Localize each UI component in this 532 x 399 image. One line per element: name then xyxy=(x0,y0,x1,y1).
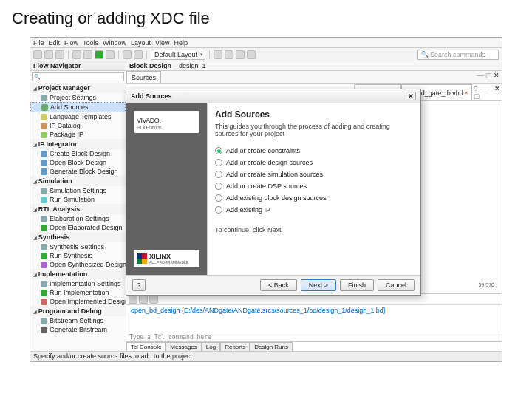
nav-item[interactable]: Generate Bitstream xyxy=(30,325,126,334)
nav-group-header[interactable]: Implementation xyxy=(30,269,126,279)
save-icon[interactable] xyxy=(55,50,64,59)
console-tab[interactable]: Messages xyxy=(166,342,201,351)
nav-group-header[interactable]: IP Integrator xyxy=(30,139,126,149)
menu-help[interactable]: Help xyxy=(174,39,188,47)
nav-item-icon xyxy=(41,216,47,222)
next-button[interactable]: Next > xyxy=(301,279,336,291)
new-icon[interactable] xyxy=(33,50,42,59)
nav-group-header[interactable]: Simulation xyxy=(30,176,126,186)
coord-readout: 59.570 xyxy=(479,282,494,287)
sources-tab-label: Sources xyxy=(132,74,156,81)
finish-button[interactable]: Finish xyxy=(340,279,374,291)
menu-tools[interactable]: Tools xyxy=(83,39,98,47)
dialog-continue-text: To continue, click Next xyxy=(215,226,413,233)
redo-icon[interactable] xyxy=(83,50,92,59)
undo-icon[interactable] xyxy=(72,50,81,59)
source-type-option[interactable]: Add existing block design sources xyxy=(215,192,413,204)
console-tab[interactable]: Log xyxy=(202,342,220,351)
source-type-option[interactable]: Add or create simulation sources xyxy=(215,168,413,180)
tcl-console: open_bd_design {E:/des/ANDgate/ANDgate.s… xyxy=(126,293,502,351)
nav-item-label: Synthesis Settings xyxy=(50,243,104,250)
console-icon[interactable] xyxy=(149,295,158,304)
sources-tab[interactable]: Sources xyxy=(126,71,161,83)
back-button[interactable]: < Back xyxy=(260,279,297,291)
nav-item[interactable]: Open Block Design xyxy=(30,158,126,167)
console-icon[interactable] xyxy=(139,295,148,304)
add-sources-dialog: Add Sources ✕ VIVADO. HLx Editions XILIN… xyxy=(126,89,421,296)
help-button[interactable]: ? xyxy=(132,279,146,291)
nav-item[interactable]: Package IP xyxy=(30,130,126,139)
radio-icon xyxy=(215,159,222,166)
nav-item-icon xyxy=(41,132,47,138)
statusbar: Specify and/or create source files to ad… xyxy=(30,351,502,361)
nav-item[interactable]: Synthesis Settings xyxy=(30,242,126,251)
nav-item[interactable]: Run Simulation xyxy=(30,195,126,204)
status-text: Specify and/or create source files to ad… xyxy=(33,352,192,361)
nav-search[interactable] xyxy=(32,72,124,81)
cancel-button[interactable]: Cancel xyxy=(378,279,415,291)
layout-dropdown[interactable]: Default Layout xyxy=(151,50,205,60)
nav-group-header[interactable]: Synthesis xyxy=(30,232,126,242)
tool-icon[interactable] xyxy=(236,50,245,59)
menu-window[interactable]: Window xyxy=(103,39,126,47)
nav-group-header[interactable]: Program and Debug xyxy=(30,306,126,316)
open-icon[interactable] xyxy=(44,50,53,59)
nav-group-header[interactable]: RTL Analysis xyxy=(30,204,126,214)
nav-item-label: Run Implementation xyxy=(50,289,109,296)
menu-file[interactable]: File xyxy=(33,39,44,47)
console-tab[interactable]: Tcl Console xyxy=(126,342,166,351)
nav-item[interactable]: Run Implementation xyxy=(30,288,126,297)
console-icon[interactable] xyxy=(129,295,137,304)
nav-item-icon xyxy=(41,168,47,175)
nav-item[interactable]: Elaboration Settings xyxy=(30,214,126,223)
source-type-option[interactable]: Add or create constraints xyxy=(215,145,413,157)
tcl-input[interactable]: Type a Tcl command here xyxy=(126,332,502,341)
dialog-subtext: This guides you through the process of a… xyxy=(215,123,413,137)
source-type-option[interactable]: Add existing IP xyxy=(215,204,413,216)
block-design-bar: Block Design – design_1 xyxy=(126,61,502,71)
nav-item[interactable]: Open Elaborated Design xyxy=(30,223,126,232)
close-icon[interactable]: ✕ xyxy=(494,72,499,82)
menu-flow[interactable]: Flow xyxy=(64,39,78,47)
menu-edit[interactable]: Edit xyxy=(49,39,61,47)
option-label: Add or create constraints xyxy=(226,147,300,154)
nav-item[interactable]: Project Settings xyxy=(30,93,126,102)
tool-icon[interactable] xyxy=(225,50,233,59)
nav-item[interactable]: Language Templates xyxy=(30,112,126,121)
nav-item[interactable]: Run Synthesis xyxy=(30,251,126,260)
pane-controls: — ▢ ✕ xyxy=(474,71,502,83)
tool-icon[interactable] xyxy=(247,50,256,59)
run-icon[interactable] xyxy=(95,50,103,59)
dashboard-icon[interactable] xyxy=(134,50,143,59)
console-toolbar xyxy=(126,294,502,305)
menu-layout[interactable]: Layout xyxy=(131,39,151,47)
nav-item-label: Open Elaborated Design xyxy=(50,224,123,231)
nav-item-icon xyxy=(41,95,47,101)
nav-group-header[interactable]: Project Manager xyxy=(30,83,126,93)
stop-icon[interactable] xyxy=(106,50,115,59)
option-label: Add existing IP xyxy=(226,206,270,214)
close-icon[interactable]: ✕ xyxy=(406,92,416,100)
nav-item[interactable]: Add Sources xyxy=(30,102,126,112)
nav-item[interactable]: Create Block Design xyxy=(30,149,126,158)
search-commands[interactable]: Search commands xyxy=(417,50,499,60)
close-icon[interactable]: × xyxy=(465,89,468,96)
nav-item-label: Add Sources xyxy=(50,103,89,111)
nav-item-label: Open Implemented Design xyxy=(50,298,126,305)
nav-item[interactable]: Simulation Settings xyxy=(30,186,126,195)
nav-item[interactable]: IP Catalog xyxy=(30,121,126,130)
source-type-option[interactable]: Add or create DSP sources xyxy=(215,180,413,192)
source-type-option[interactable]: Add or create design sources xyxy=(215,157,413,168)
tool-icon[interactable] xyxy=(214,50,222,59)
close-icon[interactable]: ✕ xyxy=(494,85,500,100)
menu-view[interactable]: View xyxy=(155,39,169,47)
nav-item[interactable]: Open Implemented Design xyxy=(30,297,126,306)
nav-item[interactable]: Open Synthesized Design xyxy=(30,260,126,269)
nav-item-label: Implementation Settings xyxy=(50,280,121,287)
console-tab[interactable]: Design Runs xyxy=(250,342,293,351)
nav-item[interactable]: Generate Block Design xyxy=(30,167,126,176)
console-tab[interactable]: Reports xyxy=(220,342,250,351)
nav-item[interactable]: Bitstream Settings xyxy=(30,316,126,325)
settings-icon[interactable] xyxy=(123,50,132,59)
nav-item[interactable]: Implementation Settings xyxy=(30,279,126,288)
